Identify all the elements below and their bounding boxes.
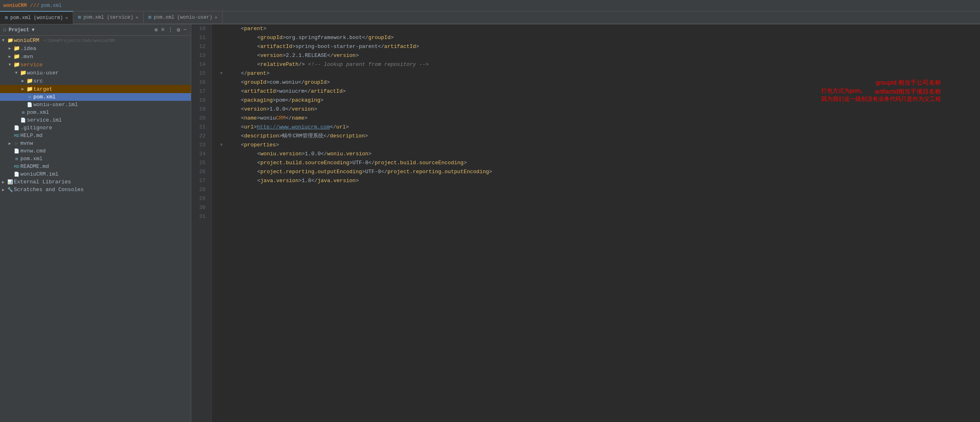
- external-libs-label: External Libraries: [14, 179, 71, 185]
- code-text-18: <groupId>com.woniu</groupId>: [225, 78, 973, 87]
- sidebar-actions: ⊕ ≡ ⋮ ⚙ −: [153, 26, 188, 33]
- external-libs-arrow: ▶: [0, 180, 7, 185]
- tree-help-md[interactable]: MD HELP.md: [0, 132, 191, 139]
- tree-idea[interactable]: ▶ 📁 .idea: [0, 44, 191, 52]
- service-pom-icon: m: [20, 110, 27, 115]
- woniu-user-label: woniu-user: [27, 70, 59, 76]
- code-line-20: <packaging>pom</packaging> 打包方式为pom, 因为我…: [218, 96, 973, 105]
- ln-17: 17: [195, 87, 208, 96]
- woniucrm-iml-label: woniuCRM.iml: [20, 171, 59, 177]
- project-sidebar[interactable]: ☐ Project ▼ ⊕ ≡ ⋮ ⚙ − ▼ 📁 woniuCRM ~/Ide…: [0, 24, 191, 422]
- tab-close-1[interactable]: ✕: [66, 15, 68, 20]
- code-text-31: <java.version>1.8</java.version>: [225, 176, 973, 185]
- tab-service[interactable]: m pom.xml (service) ✕: [73, 11, 144, 24]
- ln-14: 14: [195, 60, 208, 69]
- tree-woniucrm-iml[interactable]: 📄 woniuCRM.iml: [0, 170, 191, 178]
- code-line-19: <artifactId>woniucrm</artifactId> artifa…: [218, 87, 973, 96]
- tab-xml-icon-1: m: [5, 15, 8, 21]
- mvnw-icon: ▷: [13, 141, 20, 146]
- target-label: target: [33, 86, 52, 92]
- tree-target[interactable]: ▶ 📁 target: [0, 85, 191, 93]
- external-libs-icon: 📊: [7, 179, 14, 185]
- code-text-27: <properties>: [225, 141, 973, 150]
- idea-label: .idea: [20, 46, 36, 52]
- editor-content: 10 11 12 13 14 15 16 17 18 19 20 21 22 2…: [191, 24, 980, 422]
- tab-xml-icon-2: m: [78, 15, 81, 20]
- ln-19: 19: [195, 105, 208, 114]
- tab-bar: m pom.xml (woniucrm) ✕ m pom.xml (servic…: [0, 11, 980, 24]
- tree-mvnw-cmd[interactable]: 📄 mvnw.cmd: [0, 147, 191, 155]
- idea-folder-icon: 📁: [13, 45, 20, 52]
- code-text-28: <woniu.version>1.0.0</woniu.version>: [225, 150, 973, 159]
- tab-label-2: pom.xml (service): [83, 15, 133, 20]
- code-line-14: <version>2.2.1.RELEASE</version>: [218, 51, 973, 60]
- root-folder-icon: 📁: [7, 37, 14, 44]
- ln-23: 23: [195, 141, 208, 150]
- tree-mvn[interactable]: ▶ 📁 .mvn: [0, 52, 191, 61]
- mvn-arrow: ▶: [7, 54, 13, 59]
- code-line-12: <groupId>org.springframework.boot</group…: [218, 33, 973, 42]
- ln-18: 18: [195, 96, 208, 105]
- target-arrow: ▶: [20, 87, 26, 91]
- src-folder-icon: 📁: [26, 78, 33, 84]
- gitignore-icon: 📄: [13, 125, 20, 131]
- sidebar-minimize-icon[interactable]: −: [183, 26, 188, 33]
- code-line-22: <name>woniuCRM</name>: [218, 114, 973, 123]
- ln-30: 30: [195, 203, 208, 212]
- tree-service[interactable]: ▼ 📁 service: [0, 61, 191, 69]
- editor[interactable]: 10 11 12 13 14 15 16 17 18 19 20 21 22 2…: [191, 24, 980, 422]
- code-line-11: <parent>: [218, 24, 973, 33]
- code-line-29: <project.build.sourceEncoding>UTF-8</pro…: [218, 159, 973, 167]
- tree-gitignore[interactable]: 📄 .gitignore: [0, 124, 191, 132]
- sidebar-settings-icon[interactable]: ⚙: [176, 26, 181, 33]
- tree-pom-xml-selected[interactable]: m pom.xml: [0, 93, 191, 101]
- mvn-folder-icon: 📁: [13, 53, 20, 60]
- mvnw-cmd-icon: 📄: [13, 148, 20, 154]
- tree-service-iml[interactable]: 📄 service.iml: [0, 116, 191, 124]
- tree-woniu-user[interactable]: ▼ 📁 woniu-user: [0, 69, 191, 77]
- code-line-31: <java.version>1.8</java.version>: [218, 176, 973, 185]
- code-line-30: <project.reporting.outputEncoding>UTF-8<…: [218, 167, 973, 176]
- root-label: woniuCRM ~/IdeaProjects/zwb/woniuCRM: [14, 37, 115, 44]
- tab-label-1: pom.xml (woniucrm): [10, 15, 63, 21]
- code-line-15: <relativePath/> <!-- lookup parent from …: [218, 60, 973, 69]
- fold-16: ▼: [218, 69, 225, 78]
- ln-29: 29: [195, 194, 208, 203]
- mvn-label: .mvn: [20, 54, 33, 60]
- code-text-30: <project.reporting.outputEncoding>UTF-8<…: [225, 167, 973, 176]
- tree-scratches[interactable]: ▶ 🔧 Scratches and Consoles: [0, 186, 191, 194]
- tree-readme[interactable]: MD README.md: [0, 163, 191, 170]
- tab-woniucrm[interactable]: m pom.xml (woniucrm) ✕: [0, 11, 73, 24]
- sidebar-expand-icon[interactable]: ⋮: [167, 26, 174, 33]
- tab-close-3[interactable]: ✕: [215, 15, 217, 20]
- scratches-label: Scratches and Consoles: [14, 187, 84, 193]
- tree-src[interactable]: ▶ 📁 src: [0, 77, 191, 85]
- help-md-label: HELP.md: [20, 133, 43, 139]
- sidebar-locate-icon[interactable]: ⊕: [153, 26, 158, 33]
- sidebar-dropdown-icon[interactable]: ▼: [32, 27, 35, 33]
- gitignore-label: .gitignore: [20, 125, 52, 131]
- ln-11: 11: [195, 33, 208, 42]
- tree-service-pom[interactable]: m pom.xml: [0, 109, 191, 116]
- tab-woniu-user[interactable]: m pom.xml (woniu-user) ✕: [144, 11, 223, 24]
- title-separator: ///: [30, 2, 39, 9]
- code-text-20: <packaging>pom</packaging>: [225, 96, 973, 105]
- tree-external-libs[interactable]: ▶ 📊 External Libraries: [0, 178, 191, 186]
- service-label: service: [20, 62, 43, 68]
- readme-icon: MD: [13, 164, 20, 169]
- tree-woniu-user-iml[interactable]: 📄 woniu-user.iml: [0, 101, 191, 109]
- code-text-14: <version>2.2.1.RELEASE</version>: [225, 51, 973, 60]
- tab-close-2[interactable]: ✕: [136, 15, 138, 20]
- tree-mvnw[interactable]: ▶ ▷ mvnw: [0, 139, 191, 147]
- code-line-13: <artifactId>spring-boot-starter-parent</…: [218, 42, 973, 51]
- tab-xml-icon-3: m: [149, 15, 151, 20]
- ln-25: 25: [195, 159, 208, 167]
- ln-21: 21: [195, 123, 208, 132]
- tree-root[interactable]: ▼ 📁 woniuCRM ~/IdeaProjects/zwb/woniuCRM: [0, 37, 191, 44]
- tree-root-pom[interactable]: m pom.xml: [0, 155, 191, 163]
- sidebar-title: ☐ Project ▼: [3, 27, 35, 33]
- src-arrow: ▶: [20, 78, 26, 83]
- line-numbers: 10 11 12 13 14 15 16 17 18 19 20 21 22 2…: [191, 24, 212, 422]
- sidebar-collapse-icon[interactable]: ≡: [160, 26, 165, 33]
- mvnw-label: mvnw: [20, 140, 33, 146]
